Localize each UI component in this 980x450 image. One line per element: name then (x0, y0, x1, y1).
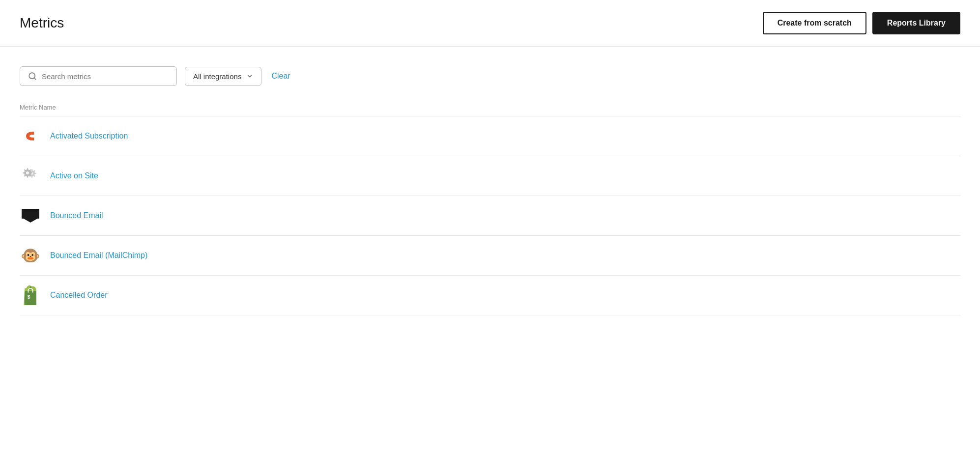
filter-row: All integrations Clear (20, 66, 960, 86)
clear-button[interactable]: Clear (269, 72, 292, 81)
metrics-list: Activated Subscription Active on Site Bo… (20, 116, 960, 315)
table-row: Bounced Email (20, 196, 960, 236)
svg-rect-23 (22, 209, 39, 219)
metric-link-bounced-email[interactable]: Bounced Email (50, 211, 103, 220)
gear-icon (20, 165, 41, 187)
table-row: 🐵Bounced Email (MailChimp) (20, 236, 960, 276)
table-row: Activated Subscription (20, 116, 960, 156)
svg-line-22 (30, 170, 30, 170)
svg-line-12 (34, 171, 34, 171)
search-wrapper (20, 66, 177, 86)
search-icon (28, 72, 37, 81)
svg-point-2 (22, 127, 39, 145)
table-row: $ Cancelled Order (20, 276, 960, 315)
reports-library-button[interactable]: Reports Library (872, 12, 960, 34)
shopify-icon: $ (20, 284, 41, 306)
svg-line-18 (25, 175, 25, 176)
mailchimp-icon: 🐵 (20, 245, 41, 266)
chevron-down-icon (246, 73, 253, 80)
svg-point-14 (26, 171, 29, 174)
table-row: Active on Site (20, 156, 960, 196)
klaviyo-icon (20, 125, 41, 147)
svg-line-6 (34, 175, 34, 176)
page-title: Metrics (20, 15, 64, 31)
svg-text:$: $ (28, 294, 30, 300)
svg-rect-25 (25, 291, 36, 305)
metric-link-bounced-email-mailchimp[interactable]: Bounced Email (MailChimp) (50, 251, 147, 260)
flag-icon (20, 205, 41, 226)
main-content: All integrations Clear Metric Name Activ… (0, 47, 980, 315)
integrations-dropdown[interactable]: All integrations (185, 67, 261, 86)
metric-link-activated-subscription[interactable]: Activated Subscription (50, 132, 128, 141)
metric-name-column-header: Metric Name (20, 104, 960, 116)
svg-line-1 (34, 78, 35, 79)
page-header: Metrics Create from scratch Reports Libr… (0, 0, 980, 47)
search-input[interactable] (42, 72, 169, 81)
svg-line-20 (25, 170, 25, 170)
integrations-label: All integrations (193, 72, 241, 81)
svg-marker-24 (24, 219, 37, 223)
metric-link-cancelled-order[interactable]: Cancelled Order (50, 291, 108, 300)
header-actions: Create from scratch Reports Library (763, 12, 960, 34)
metric-link-active-on-site[interactable]: Active on Site (50, 171, 98, 180)
svg-line-16 (30, 175, 30, 176)
create-from-scratch-button[interactable]: Create from scratch (763, 12, 866, 34)
